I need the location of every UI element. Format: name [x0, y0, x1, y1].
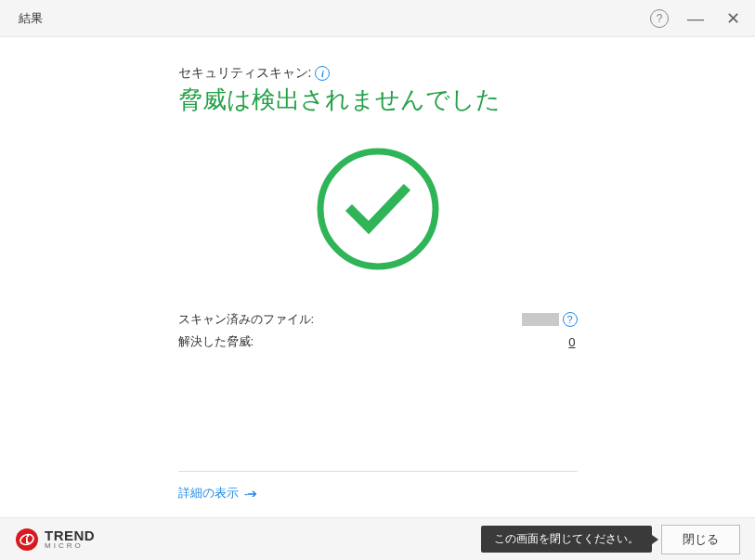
help-icon[interactable]: ? — [650, 9, 669, 28]
scan-type-label: セキュリティスキャン: — [178, 65, 312, 82]
footer: TREND MICRO この画面を閉じてください。 閉じる — [0, 517, 755, 560]
scanned-files-label: スキャン済みのファイル: — [178, 311, 522, 328]
scanned-files-value-redacted — [522, 313, 559, 326]
brand-logo: TREND MICRO — [15, 527, 481, 552]
svg-point-0 — [320, 151, 436, 267]
resolved-threats-value[interactable]: 0 — [568, 335, 577, 349]
resolved-threats-row: 解決した脅威: 0 — [178, 333, 578, 350]
brand-sub: MICRO — [45, 542, 95, 550]
main-content: セキュリティスキャン: i 脅威は検出されませんでした スキャン済みのファイル:… — [0, 37, 755, 517]
details-link[interactable]: 詳細の表示 ··➔ — [178, 485, 578, 501]
result-heading: 脅威は検出されませんでした — [178, 84, 578, 116]
titlebar: 結果 ? — ✕ — [0, 0, 755, 37]
info-icon[interactable]: i — [315, 66, 330, 81]
details-link-text: 詳細の表示 — [178, 485, 239, 501]
checkmark-container — [178, 144, 578, 274]
content-inner: セキュリティスキャン: i 脅威は検出されませんでした スキャン済みのファイル:… — [178, 65, 578, 501]
close-button[interactable]: 閉じる — [661, 525, 740, 554]
brand-text: TREND MICRO — [45, 528, 95, 550]
close-window-button[interactable]: ✕ — [722, 8, 744, 29]
close-hint-tooltip: この画面を閉じてください。 — [481, 526, 652, 553]
trend-logo-icon — [15, 527, 39, 552]
scanned-help-icon[interactable]: ? — [563, 312, 578, 327]
arrow-right-icon: ··➔ — [244, 487, 255, 501]
window-title: 結果 — [19, 10, 650, 27]
minimize-button[interactable]: — — [683, 8, 708, 29]
scanned-files-row: スキャン済みのファイル: ? — [178, 311, 578, 328]
titlebar-controls: ? — ✕ — [650, 8, 744, 29]
checkmark-icon — [313, 144, 443, 274]
divider — [178, 471, 578, 472]
stats-section: スキャン済みのファイル: ? 解決した脅威: 0 — [178, 311, 578, 350]
resolved-threats-label: 解決した脅威: — [178, 333, 569, 350]
scan-label-row: セキュリティスキャン: i — [178, 65, 578, 82]
brand-main: TREND — [45, 528, 95, 542]
